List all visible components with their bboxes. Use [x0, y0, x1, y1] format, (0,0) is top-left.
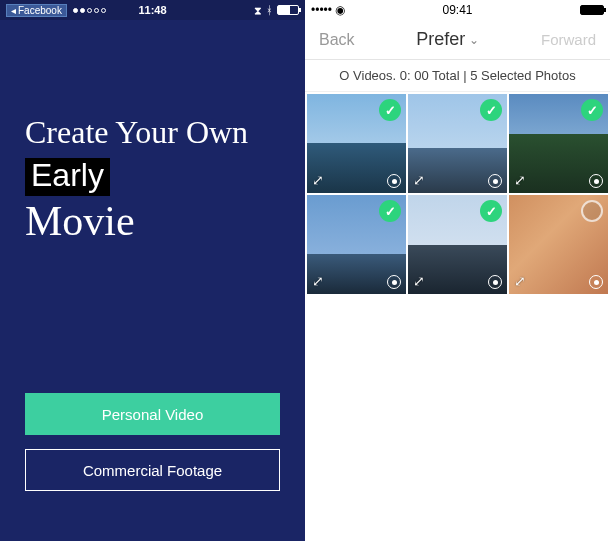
photo-thumbnail[interactable]: ⤢ [509, 195, 608, 294]
target-icon [589, 174, 603, 188]
alarm-icon: ⧗ [254, 4, 262, 17]
welcome-screen: ◂ Facebook 11:48 ⧗ ᚼ Create Your Own Ear… [0, 0, 305, 541]
expand-icon[interactable]: ⤢ [312, 172, 324, 188]
target-icon [589, 275, 603, 289]
forward-button[interactable]: Forward [541, 31, 596, 48]
signal-dots-icon: ••••• [311, 3, 332, 17]
back-button[interactable]: Back [319, 31, 355, 49]
personal-video-button[interactable]: Personal Video [25, 393, 280, 435]
action-buttons: Personal Video Commercial Footage [25, 393, 280, 491]
wifi-icon: ◉ [335, 3, 345, 17]
photo-grid: ✓⤢✓⤢✓⤢✓⤢✓⤢⤢ [305, 92, 610, 296]
battery-icon [277, 5, 299, 15]
signal-strength-icon [73, 8, 106, 13]
hero-line-3: Movie [25, 198, 248, 244]
status-bar: ••••• ◉ 09:41 [305, 0, 610, 20]
expand-icon[interactable]: ⤢ [514, 172, 526, 188]
battery-icon [580, 5, 604, 15]
title-label: Prefer [416, 29, 465, 50]
chevron-left-icon: ◂ [11, 5, 16, 16]
hero-line-1: Create Your Own [25, 115, 248, 150]
clock: 09:41 [442, 3, 472, 17]
hero-title: Create Your Own Early Movie [25, 115, 248, 245]
signal-icons: ••••• ◉ [311, 3, 345, 17]
check-icon[interactable]: ✓ [379, 99, 401, 121]
target-icon [488, 174, 502, 188]
target-icon [387, 275, 401, 289]
check-icon[interactable]: ✓ [379, 200, 401, 222]
photo-picker-screen: ••••• ◉ 09:41 Back Prefer ⌄ Forward O Vi… [305, 0, 610, 541]
status-icons: ⧗ ᚼ [254, 4, 299, 17]
selection-info: O Videos. 0: 00 Total | 5 Selected Photo… [305, 60, 610, 92]
status-bar: ◂ Facebook 11:48 ⧗ ᚼ [0, 0, 305, 20]
title-dropdown[interactable]: Prefer ⌄ [416, 29, 479, 50]
expand-icon[interactable]: ⤢ [312, 273, 324, 289]
photo-thumbnail[interactable]: ✓⤢ [408, 94, 507, 193]
photo-thumbnail[interactable]: ✓⤢ [307, 94, 406, 193]
photo-thumbnail[interactable]: ✓⤢ [307, 195, 406, 294]
unchecked-circle-icon[interactable] [581, 200, 603, 222]
check-icon[interactable]: ✓ [581, 99, 603, 121]
check-icon[interactable]: ✓ [480, 99, 502, 121]
check-icon[interactable]: ✓ [480, 200, 502, 222]
target-icon [488, 275, 502, 289]
photo-thumbnail[interactable]: ✓⤢ [408, 195, 507, 294]
expand-icon[interactable]: ⤢ [514, 273, 526, 289]
expand-icon[interactable]: ⤢ [413, 273, 425, 289]
chevron-down-icon: ⌄ [469, 33, 479, 47]
target-icon [387, 174, 401, 188]
bluetooth-icon: ᚼ [266, 4, 273, 16]
photo-thumbnail[interactable]: ✓⤢ [509, 94, 608, 193]
commercial-footage-button[interactable]: Commercial Footage [25, 449, 280, 491]
hero-line-2: Early [25, 158, 110, 196]
back-app-label: Facebook [18, 5, 62, 16]
expand-icon[interactable]: ⤢ [413, 172, 425, 188]
navigation-bar: Back Prefer ⌄ Forward [305, 20, 610, 60]
back-to-app-button[interactable]: ◂ Facebook [6, 4, 67, 17]
clock: 11:48 [138, 4, 166, 16]
